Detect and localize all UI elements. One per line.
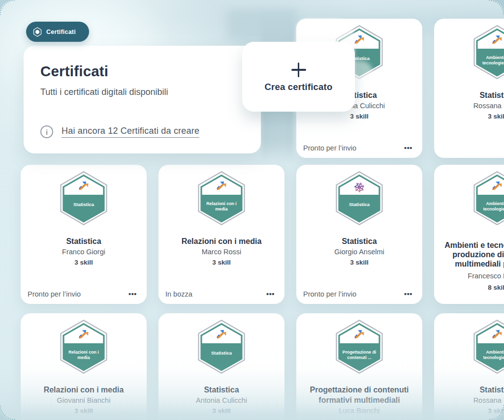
svg-text:contenuti ...: contenuti ... [347, 355, 371, 360]
svg-text:Progettazione di: Progettazione di [343, 350, 376, 355]
svg-text:Statistica: Statistica [349, 202, 370, 207]
svg-text:media: media [77, 355, 90, 360]
svg-text:Relazioni con i: Relazioni con i [68, 350, 99, 355]
svg-text:media: media [215, 207, 228, 211]
svg-text:Relazioni con i: Relazioni con i [206, 201, 237, 206]
svg-text:Ambienti e: Ambienti e [486, 201, 504, 206]
svg-text:Ambienti e: Ambienti e [486, 55, 504, 60]
svg-text:Statistica: Statistica [211, 350, 232, 356]
svg-text:tecnologie pe: tecnologie pe [483, 355, 504, 360]
svg-text:Statistica: Statistica [73, 202, 94, 207]
svg-text:tecnologie per: tecnologie per [482, 60, 504, 65]
svg-text:tecnologie pe: tecnologie pe [483, 207, 504, 211]
svg-text:Ambienti e: Ambienti e [486, 350, 504, 355]
